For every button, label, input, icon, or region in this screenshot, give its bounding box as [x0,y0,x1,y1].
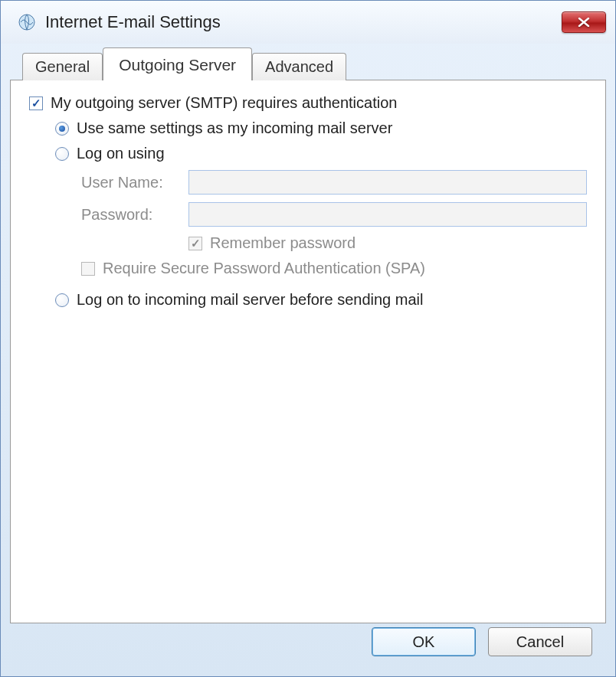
password-label: Password: [81,206,188,224]
log-on-row: Log on using [55,145,587,162]
app-icon [16,11,38,33]
log-on-fields: User Name: Password: Remember password R… [81,170,587,277]
use-same-radio[interactable] [55,122,69,136]
tab-strip: General Outgoing Server Advanced [22,47,606,80]
username-row: User Name: [81,170,587,195]
username-label: User Name: [81,174,188,191]
spa-row: Require Secure Password Authentication (… [81,260,587,277]
tab-general[interactable]: General [22,53,103,80]
tab-outgoing-server[interactable]: Outgoing Server [103,47,252,80]
logon-incoming-radio[interactable] [55,293,69,307]
log-on-radio[interactable] [55,147,69,161]
log-on-label: Log on using [77,145,165,162]
titlebar: Internet E-mail Settings [1,1,615,44]
password-input[interactable] [188,202,587,227]
remember-password-label: Remember password [210,234,356,252]
logon-incoming-label: Log on to incoming mail server before se… [77,291,423,309]
smtp-auth-label: My outgoing server (SMTP) requires authe… [51,94,397,112]
cancel-button[interactable]: Cancel [488,627,592,656]
client-area: General Outgoing Server Advanced My outg… [10,47,606,667]
ok-button[interactable]: OK [372,627,476,656]
tab-panel-outgoing: My outgoing server (SMTP) requires authe… [10,80,606,623]
password-row: Password: [81,202,587,227]
remember-password-checkbox [188,237,202,250]
dialog-buttons: OK Cancel [358,616,606,667]
smtp-auth-row: My outgoing server (SMTP) requires authe… [29,94,587,112]
username-input[interactable] [188,170,587,195]
dialog-window: Internet E-mail Settings General Outgoin… [0,0,616,677]
close-button[interactable] [562,11,606,33]
spa-checkbox [81,262,95,276]
use-same-row: Use same settings as my incoming mail se… [55,119,587,137]
remember-row: Remember password [188,234,587,252]
smtp-auth-checkbox[interactable] [29,96,43,110]
tab-advanced[interactable]: Advanced [252,53,346,80]
window-title: Internet E-mail Settings [45,12,562,32]
spa-label: Require Secure Password Authentication (… [103,260,425,277]
use-same-label: Use same settings as my incoming mail se… [77,119,392,137]
logon-incoming-row: Log on to incoming mail server before se… [55,291,587,309]
